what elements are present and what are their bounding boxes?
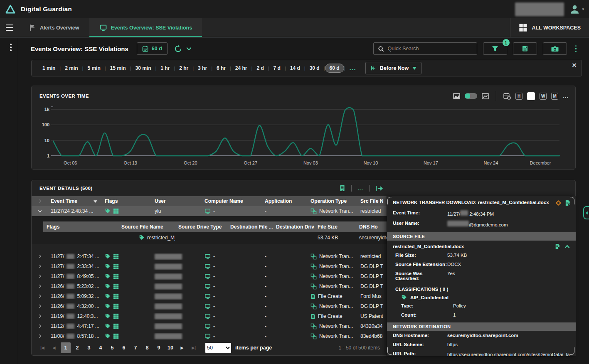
column-header-op[interactable]: Operation Type [308, 198, 358, 204]
row-expander[interactable] [32, 304, 48, 309]
interval-day-button[interactable]: D [527, 92, 535, 100]
column-header-flags[interactable]: Flags [102, 198, 152, 204]
sub-column-header[interactable]: Destination File ... [227, 224, 273, 230]
time-range-option[interactable]: 2 hr [175, 64, 192, 72]
snapshot-button[interactable] [543, 42, 567, 55]
sub-column-header[interactable]: Source File Name [118, 224, 175, 230]
page-button-8[interactable]: 8 [142, 342, 152, 353]
grid-icon [113, 253, 119, 259]
page-button-3[interactable]: 3 [84, 342, 94, 353]
event-time-value: 8:49:05 ... [77, 273, 99, 279]
tab-alerts-overview[interactable]: Alerts Overview [19, 18, 89, 37]
grid-icon [113, 323, 119, 329]
time-range-option[interactable]: 1 min [38, 64, 59, 72]
time-range-option[interactable]: 1 hr [156, 64, 174, 72]
panel-collapse-handle[interactable] [583, 206, 589, 219]
time-range-button[interactable]: 60 d [137, 42, 168, 55]
field-label: Count: [401, 312, 453, 317]
last-page-icon[interactable]: ▶| [189, 342, 199, 353]
time-range-option[interactable]: 2 min [61, 64, 82, 72]
time-range-more[interactable]: ... [345, 64, 360, 72]
chart-canvas: 1101001kOct 06Oct 13Oct 20Oct 27Nov 03No… [32, 101, 575, 170]
hamburger-menu-icon[interactable] [0, 18, 19, 37]
document-check-icon[interactable] [565, 200, 571, 206]
print-report-icon[interactable] [339, 185, 345, 192]
close-time-bar-icon[interactable]: × [572, 61, 577, 69]
time-range-option[interactable]: 6 hr [212, 64, 230, 72]
time-range-option[interactable]: 5 min [83, 64, 104, 72]
computer-value: - [213, 208, 215, 214]
cell-computer-name: - [202, 263, 262, 269]
row-expander[interactable] [32, 264, 48, 269]
area-chart-icon[interactable] [453, 93, 460, 99]
column-header-user[interactable]: User [152, 198, 202, 204]
alert-diamond-icon[interactable] [555, 200, 562, 206]
time-range-option[interactable]: 14 d [286, 64, 304, 72]
column-header-app[interactable]: Application [262, 198, 308, 204]
document-check-icon[interactable] [555, 243, 560, 249]
row-expander[interactable] [32, 284, 48, 289]
page-button-2[interactable]: 2 [72, 342, 82, 353]
event-time-prefix: 11/27/ [51, 263, 64, 269]
next-page-icon[interactable]: ▶ [177, 342, 187, 353]
time-range-option[interactable]: 30 min [131, 64, 155, 72]
chart-tools: H D W M ... [453, 91, 569, 101]
user-menu[interactable]: ▾ [569, 4, 584, 15]
row-expander[interactable] [32, 314, 48, 319]
chart-more-icon[interactable]: ... [563, 93, 569, 99]
time-range-option[interactable]: 2 d [252, 64, 268, 72]
interval-month-button[interactable]: M [551, 93, 558, 100]
report-button[interactable] [513, 42, 537, 55]
row-expander[interactable] [32, 334, 48, 339]
page-button-4[interactable]: 4 [96, 342, 106, 353]
row-expander[interactable] [32, 274, 48, 279]
time-range-option[interactable]: 30 d [306, 64, 324, 72]
row-expander[interactable] [32, 324, 48, 329]
time-range-option[interactable]: 15 min [106, 64, 130, 72]
sub-column-header[interactable]: Flags [43, 224, 118, 230]
page-options-kebab-icon[interactable] [10, 44, 12, 51]
page-button-1[interactable]: 1 [61, 342, 71, 353]
page-button-10[interactable]: 10 [165, 342, 175, 353]
quick-search-input[interactable] [388, 46, 473, 52]
sub-column-header[interactable]: Source Drive Type [175, 224, 227, 230]
row-expander[interactable] [32, 294, 48, 299]
previous-page-icon[interactable]: ◀ [49, 342, 59, 353]
all-workspaces-label: ALL WORKSPACES [532, 25, 581, 31]
interval-week-button[interactable]: W [540, 93, 547, 100]
collapse-section-chevron-icon[interactable] [564, 245, 570, 248]
time-range-option[interactable]: 24 hr [231, 64, 251, 72]
line-chart-icon[interactable] [482, 93, 489, 99]
all-workspaces-button[interactable]: ALL WORKSPACES [510, 18, 589, 37]
cell-application: - [262, 303, 308, 309]
chart-style-toggle[interactable] [465, 93, 477, 99]
anchor-time-dropdown[interactable]: Before Now [365, 62, 421, 74]
tab-events-overview-sse-violations[interactable]: Events Overview: SSE Violations [89, 18, 202, 37]
page-button-7[interactable]: 7 [131, 342, 140, 353]
toolbar-kebab-icon[interactable] [575, 45, 577, 52]
sub-column-header[interactable]: Destination Driv... [273, 224, 314, 230]
filters-button[interactable]: 1 [483, 42, 507, 55]
table-more-icon[interactable]: ... [357, 185, 363, 192]
first-page-icon[interactable]: |◀ [37, 342, 47, 353]
sub-column-header[interactable]: File Size [314, 224, 356, 230]
refresh-icon[interactable] [174, 45, 182, 53]
column-header-time[interactable]: Event Time [48, 198, 102, 204]
column-header-label: Application [265, 198, 292, 204]
interval-hour-button[interactable]: H [515, 93, 522, 100]
export-icon[interactable] [375, 185, 383, 192]
monitor-icon [205, 313, 211, 319]
calendar-clock-icon[interactable] [503, 93, 511, 100]
time-range-option[interactable]: 3 hr [194, 64, 211, 72]
page-size-select[interactable]: 50 [205, 343, 231, 353]
column-header-comp[interactable]: Computer Name [202, 198, 262, 204]
sub-column-header-label: Flags [47, 224, 59, 230]
row-expander[interactable] [32, 254, 48, 259]
page-button-5[interactable]: 5 [107, 342, 117, 353]
time-range-option[interactable]: 7 d [269, 64, 285, 72]
time-range-option[interactable]: 60 d [325, 64, 344, 73]
page-button-9[interactable]: 9 [154, 342, 164, 353]
page-button-6[interactable]: 6 [119, 342, 129, 353]
refresh-options-chevron-icon[interactable] [186, 47, 192, 51]
row-expander[interactable] [32, 209, 48, 214]
